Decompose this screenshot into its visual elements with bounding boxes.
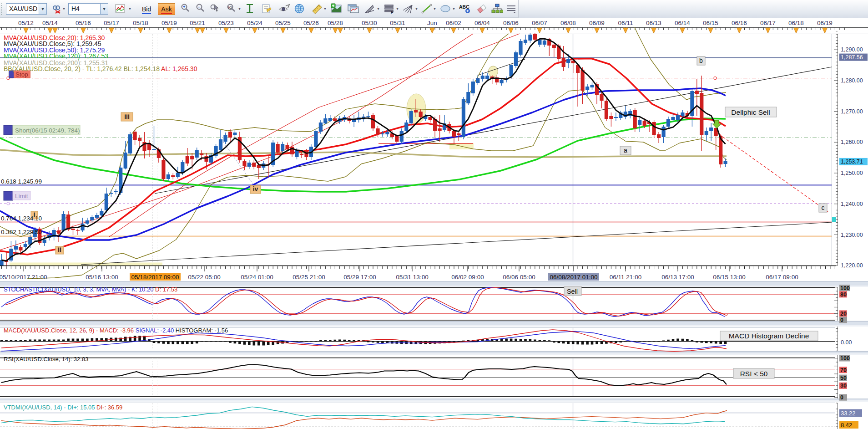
svg-text:1,290.00: 1,290.00 <box>841 46 863 53</box>
svg-text:06/17: 06/17 <box>760 20 776 26</box>
svg-text:8.42: 8.42 <box>841 422 852 429</box>
svg-text:05/18: 05/18 <box>133 20 148 26</box>
svg-text:0.00: 0.00 <box>841 339 852 346</box>
svg-text:06/09: 06/09 <box>589 20 605 26</box>
svg-text:06/07: 06/07 <box>532 20 547 26</box>
svg-text:1,287.56: 1,287.56 <box>841 54 863 61</box>
svg-text:05/12: 05/12 <box>18 20 34 26</box>
svg-text:05/24: 05/24 <box>247 20 262 26</box>
svg-text:30: 30 <box>840 383 847 389</box>
svg-text:0: 0 <box>840 394 843 401</box>
svg-text:05/16: 05/16 <box>76 20 91 26</box>
svg-text:RSI(XAU/USD.Close, 14): 32.83: RSI(XAU/USD.Close, 14): 32.83 <box>4 356 88 363</box>
svg-text:-: - <box>198 4 200 9</box>
svg-text:06/13 17:00: 06/13 17:00 <box>661 274 694 281</box>
svg-text:06/14: 06/14 <box>675 20 690 26</box>
svg-text:05/29 17:00: 05/29 17:00 <box>343 274 376 281</box>
svg-text:05/19: 05/19 <box>161 20 177 26</box>
svg-text:05/24 01:00: 05/24 01:00 <box>241 274 273 281</box>
svg-text:Jun: Jun <box>427 20 437 26</box>
svg-text:05/25 21:00: 05/25 21:00 <box>293 274 325 281</box>
svg-text:06/15: 06/15 <box>703 20 718 26</box>
svg-text:0: 0 <box>840 317 843 323</box>
svg-text:06/06 05:00: 06/06 05:00 <box>503 274 535 281</box>
svg-text:iv: iv <box>253 185 258 193</box>
svg-text:06/06: 06/06 <box>503 20 519 26</box>
svg-text:+: + <box>183 5 185 9</box>
svg-text:0.618 1,245.99: 0.618 1,245.99 <box>1 178 42 185</box>
svg-text:80: 80 <box>840 291 847 298</box>
svg-text:06/19: 06/19 <box>817 20 833 26</box>
svg-text:0.764 1,234.10: 0.764 1,234.10 <box>1 215 42 222</box>
svg-text:IQ: IQ <box>228 5 232 10</box>
svg-text:05/17: 05/17 <box>104 20 119 26</box>
svg-text:1,220.00: 1,220.00 <box>841 262 863 269</box>
svg-text:06/04: 06/04 <box>474 20 490 26</box>
svg-text:1,280.00: 1,280.00 <box>841 77 863 84</box>
svg-text:b: b <box>699 57 703 64</box>
svg-text:05/31 13:00: 05/31 13:00 <box>396 274 428 281</box>
svg-text:05/14: 05/14 <box>42 20 58 26</box>
svg-text:05/28: 05/28 <box>328 20 343 26</box>
svg-text:1,250.00: 1,250.00 <box>841 170 863 176</box>
svg-text:05/31: 05/31 <box>390 20 405 26</box>
svg-text:MACD(XAU/USD.Close, 12, 26, 9): MACD(XAU/USD.Close, 12, 26, 9) - MACD: -… <box>4 327 228 334</box>
svg-text:33.22: 33.22 <box>841 410 856 417</box>
svg-text:Short(06/15 02:49, 784): Short(06/15 02:49, 784) <box>15 127 80 134</box>
svg-text:0.382 1,229.50: 0.382 1,229.50 <box>1 229 42 235</box>
svg-text:06/11: 06/11 <box>618 20 633 26</box>
svg-text:70: 70 <box>840 367 847 373</box>
svg-text:Limit: Limit <box>15 193 28 199</box>
svg-text:06/13: 06/13 <box>646 20 661 26</box>
svg-text:F: F <box>391 10 394 14</box>
svg-text:05/16 13:00: 05/16 13:00 <box>86 274 118 281</box>
svg-text:MVA(XAU/USD.Close,120): 1,267.: MVA(XAU/USD.Close,120): 1,267.53 <box>4 52 108 60</box>
svg-text:1,240.00: 1,240.00 <box>841 201 863 207</box>
svg-text:iii: iii <box>124 113 130 120</box>
svg-text:05/25: 05/25 <box>275 20 291 26</box>
svg-text:ii: ii <box>58 246 61 253</box>
svg-text:05/23: 05/23 <box>218 20 234 26</box>
svg-text:Dellphic Sell: Dellphic Sell <box>731 108 770 116</box>
svg-text:06/17 09:00: 06/17 09:00 <box>766 274 798 281</box>
svg-text:BB(XAU/USD.Close, 20, 2) - TL: BB(XAU/USD.Close, 20, 2) - TL: 1,276.42 … <box>4 65 197 72</box>
svg-text:05/10/2017 21:00: 05/10/2017 21:00 <box>0 274 47 281</box>
svg-text:05/26: 05/26 <box>303 20 319 26</box>
svg-text:c: c <box>822 204 825 211</box>
svg-text:06/18: 06/18 <box>788 20 804 26</box>
svg-text:VTDMI(XAU/USD, 14) - DI+: 15.: VTDMI(XAU/USD, 14) - DI+: 15.05 DI-: 36.… <box>4 404 122 411</box>
svg-text:06/08: 06/08 <box>560 20 576 26</box>
svg-text:06/08/2017 01:00: 06/08/2017 01:00 <box>550 274 597 281</box>
svg-text:STOCHASTIC(XAU/USD, 10, 3, 3,: STOCHASTIC(XAU/USD, 10, 3, 3, MVA, MVA) … <box>4 286 177 293</box>
svg-text:05/22 05:00: 05/22 05:00 <box>188 274 220 281</box>
svg-text:1,230.00: 1,230.00 <box>841 232 863 238</box>
svg-text:20: 20 <box>840 311 847 317</box>
svg-text:MACD Histogram Decline: MACD Histogram Decline <box>729 332 809 340</box>
svg-text:05/21: 05/21 <box>190 20 205 26</box>
svg-text:05/18/2017 09:00: 05/18/2017 09:00 <box>131 274 179 281</box>
svg-text:a: a <box>624 147 627 154</box>
svg-text:06/16: 06/16 <box>732 20 747 26</box>
svg-text:06/15 13:00: 06/15 13:00 <box>713 274 745 281</box>
svg-text:100: 100 <box>840 355 850 362</box>
svg-text:06/02 09:00: 06/02 09:00 <box>451 274 484 281</box>
svg-text:100: 100 <box>840 285 850 291</box>
svg-text:1,253.71: 1,253.71 <box>841 158 863 165</box>
svg-text:50: 50 <box>840 375 847 381</box>
svg-text:Sell: Sell <box>567 288 578 295</box>
svg-text:06/11 21:00: 06/11 21:00 <box>610 274 641 281</box>
svg-text:RSI < 50: RSI < 50 <box>740 370 768 378</box>
svg-text:1,270.00: 1,270.00 <box>841 108 863 115</box>
svg-text:05/30: 05/30 <box>362 20 377 26</box>
svg-text:1,260.00: 1,260.00 <box>841 139 863 145</box>
svg-text:06/02: 06/02 <box>446 20 461 26</box>
